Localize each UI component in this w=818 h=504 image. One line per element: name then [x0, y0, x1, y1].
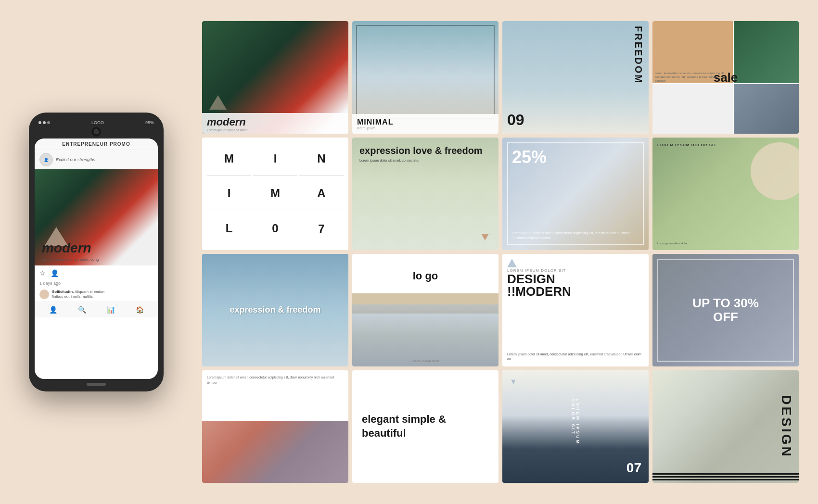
letter-7: 7: [299, 212, 344, 245]
phone-person-icon[interactable]: 👤: [51, 269, 59, 277]
phone-avatar: 👤: [39, 153, 53, 166]
letter-I2: I: [207, 177, 251, 211]
phone-signal: [38, 121, 50, 124]
phone-app-title: ENTREPRENEUR PROMO: [39, 141, 153, 147]
phone-profile-row: 👤 Exploit our strengths: [35, 150, 158, 169]
card-lorem-sub: Lorem praesellers dolor: [657, 241, 688, 245]
phone-status-bar: LOGO 95%: [35, 118, 158, 127]
phone-star-icon[interactable]: ☆: [39, 269, 46, 277]
phone-username: Exploit our strengths: [56, 157, 95, 162]
letter-0: 0: [253, 212, 297, 245]
card-lp-text: Lorem ipsum dolor sit amet, consectetur …: [207, 375, 344, 385]
phone-comment-text: Sollicitudin. Aliquam bi endun finibus n…: [52, 290, 104, 300]
phone-nav-bar: 👤 🔍 📊 🏠: [35, 302, 158, 317]
phone-app-header: ENTREPRENEUR PROMO: [35, 139, 158, 150]
phone-battery: 95%: [145, 120, 154, 125]
card-freedom-number: 09: [507, 111, 524, 129]
card-minimal-photo: MINIMAL lorem ipsum: [352, 21, 498, 134]
card-upto-30: UP TO 30% OFF: [652, 254, 799, 366]
card-lv-number: 07: [626, 460, 641, 476]
card-ef-text: expression & freedom: [217, 305, 333, 315]
phone-timestamp: 1 days ago: [35, 281, 158, 288]
phone-post-image: modern Lorem ipsum dolor sit amet, cong: [35, 169, 158, 265]
card-expression-sub: Lorem ipsum dolor sit amet, consectetur: [359, 158, 483, 163]
card-lorem-title: LOREM IPSUM DOLOR SIT: [657, 142, 716, 148]
card-freedom-text: FREEDOM: [633, 26, 644, 84]
phone-nav-search[interactable]: 🔍: [78, 306, 86, 314]
card-sale: sale Lorem ipsum dolor sit amet, consect…: [652, 21, 799, 134]
phone-comment: Sollicitudin. Aliquam bi endun finibus n…: [35, 288, 158, 302]
card-modern-label: modern: [207, 117, 344, 127]
phone-device: LOGO 95% ENTREPRENEUR PROMO 👤 Exploit ou…: [29, 113, 164, 391]
phone-modern-text: modern: [42, 240, 91, 256]
letter-N: N: [299, 142, 344, 176]
card-lorem-photo: Lorem ipsum dolor sit amet, consectetur …: [202, 370, 348, 483]
card-dm-sub: Lorem ipsum dolor sit amet, consectetur …: [507, 352, 644, 362]
phone-mockup: LOGO 95% ENTREPRENEUR PROMO 👤 Exploit ou…: [19, 113, 173, 391]
card-design-modern: LOREM IPSUM DOLOR SIT DESIGN !!MODERN Lo…: [502, 254, 649, 366]
phone-nav-person[interactable]: 👤: [49, 306, 57, 314]
card-modern: modern Lorem ipsum dolor sit amet: [202, 21, 348, 134]
card-design-vertical: DESIGN: [652, 370, 799, 483]
letter-L: L: [207, 212, 251, 245]
card-logo: lo go Lorem ipsum dolor: [352, 254, 498, 366]
phone-post-subtitle: Lorem ipsum dolor sit amet, cong: [42, 257, 99, 262]
card-lorem-vertical: ▼ LOREM IPSUM DOLOR SIT 07: [502, 370, 649, 483]
letter-M: M: [207, 142, 251, 176]
card-expression-title: expression love & freedom: [359, 145, 483, 156]
phone-commenter-avatar: [39, 290, 49, 299]
card-percent-sub: Lorem ipsum dolor sit amet, consectetur …: [512, 231, 639, 240]
card-dv-text: DESIGN: [779, 395, 794, 458]
card-sale-sub: Lorem ipsum dolor sit amet, consectetur …: [655, 72, 728, 83]
card-elegant: elegant simple & beautiful: [352, 370, 498, 483]
card-lorem-circle: LOREM IPSUM DOLOR SIT Lorem praesellers …: [652, 138, 799, 250]
card-25-percent: 25% Lorem ipsum dolor sit amet, consecte…: [502, 138, 649, 250]
card-logo-text: lo go: [413, 271, 438, 281]
card-lv-arrow: ▼: [510, 378, 517, 386]
card-dm-modern: !!MODERN: [507, 285, 571, 298]
card-modern-sub: Lorem ipsum dolor sit amet: [207, 128, 344, 132]
card-elegant-text: elegant simple & beautiful: [362, 413, 489, 440]
phone-screen: ENTREPRENEUR PROMO 👤 Exploit our strengt…: [35, 139, 158, 379]
card-minimal-sub: lorem ipsum: [357, 126, 494, 130]
card-minimal-title: MINIMAL: [357, 118, 494, 126]
letter-M2: M: [253, 177, 297, 211]
template-grid: modern Lorem ipsum dolor sit amet MINIMA…: [202, 21, 799, 483]
letter-I: I: [253, 142, 297, 176]
card-percent-number: 25%: [512, 147, 547, 167]
letter-A: A: [299, 177, 344, 211]
card-minimal-letters: M I N I M A L 0 7: [202, 138, 348, 250]
card-expression-freedom: expression & freedom: [202, 254, 348, 366]
phone-nav-home[interactable]: 🏠: [136, 306, 144, 314]
card-dm-design: DESIGN: [507, 273, 571, 285]
card-logo-sub: Lorem ipsum dolor: [411, 359, 439, 363]
phone-camera: [91, 127, 101, 137]
phone-nav-chart[interactable]: 📊: [107, 306, 115, 314]
card-upto-text: UP TO 30% OFF: [689, 296, 762, 324]
card-lv-text: LOREM IPSUM DOLOR SIT: [571, 399, 580, 455]
phone-logo-label: LOGO: [91, 120, 104, 125]
phone-action-bar: ☆ 👤: [35, 265, 158, 281]
phone-home-button[interactable]: [87, 383, 106, 386]
card-expression-love: expression love & freedom Lorem ipsum do…: [352, 138, 498, 250]
card-freedom: FREEDOM 09: [502, 21, 649, 134]
